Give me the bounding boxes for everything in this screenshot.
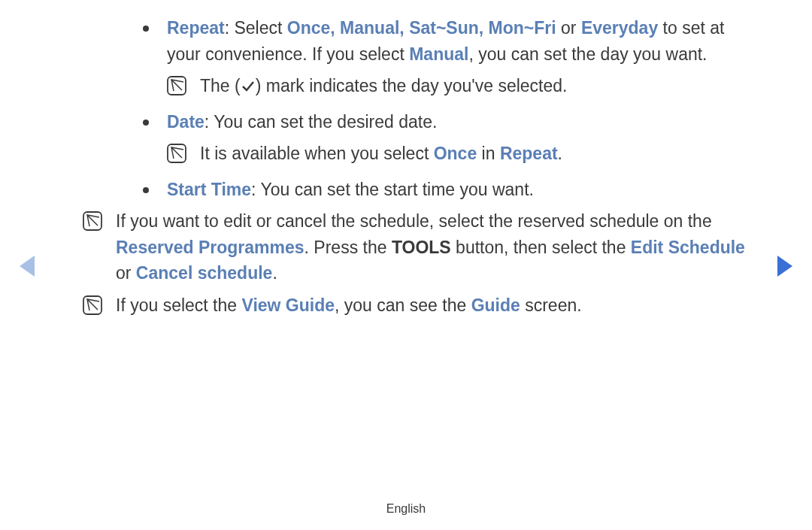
hl-date: Date — [167, 112, 205, 132]
bullet-start: Start Time: You can set the start time y… — [113, 177, 752, 203]
outer-notes: If you want to edit or cancel the schedu… — [0, 208, 812, 322]
bullet-dot-icon — [143, 187, 149, 193]
checkmark-icon — [241, 74, 256, 101]
hl-guide: Guide — [471, 295, 520, 315]
note-icon — [167, 76, 186, 103]
page-content: Repeat: Select Once, Manual, Sat~Sun, Mo… — [0, 15, 812, 202]
nav-prev-arrow[interactable] — [20, 256, 35, 277]
bullet-date-text: Date: You can set the desired date. — [167, 109, 752, 135]
note-icon — [167, 144, 186, 171]
bold-tools: TOOLS — [392, 238, 451, 257]
note-icon — [83, 295, 102, 323]
bullet-date: Date: You can set the desired date. — [113, 109, 752, 135]
footer-language: English — [0, 500, 812, 518]
bullet-start-text: Start Time: You can set the start time y… — [167, 177, 752, 203]
bullet-repeat-text: Repeat: Select Once, Manual, Sat~Sun, Mo… — [167, 15, 752, 67]
note-date: It is available when you select Once in … — [113, 141, 752, 171]
hl-start: Start Time — [167, 180, 251, 199]
hl-manual: Manual — [409, 44, 468, 64]
bullet-dot-icon — [143, 120, 149, 126]
note-view-guide-text: If you select the View Guide, you can se… — [116, 292, 752, 323]
hl-view-guide: View Guide — [241, 295, 335, 315]
hl-once: Once — [434, 144, 477, 163]
hl-cancel-schedule: Cancel schedule — [136, 263, 273, 283]
note-date-text: It is available when you select Once in … — [200, 141, 752, 171]
nav-next-arrow[interactable] — [777, 256, 792, 277]
hl-reserved: Reserved Programmes — [116, 238, 304, 257]
hl-repeat: Repeat — [167, 18, 225, 38]
hl-everyday: Everyday — [581, 18, 658, 38]
hl-repeat2: Repeat — [500, 144, 558, 163]
note-repeat-text: The () mark indicates the day you've sel… — [200, 73, 752, 103]
note-view-guide: If you select the View Guide, you can se… — [83, 292, 752, 323]
hl-opts: Once, Manual, Sat~Sun, Mon~Fri — [287, 18, 556, 38]
bullet-dot-icon — [143, 26, 149, 32]
note-repeat: The () mark indicates the day you've sel… — [113, 73, 752, 103]
note-edit-cancel: If you want to edit or cancel the schedu… — [83, 208, 752, 286]
bullet-repeat: Repeat: Select Once, Manual, Sat~Sun, Mo… — [113, 15, 752, 67]
note-icon — [83, 211, 102, 286]
note-edit-cancel-text: If you want to edit or cancel the schedu… — [116, 208, 752, 286]
hl-edit-schedule: Edit Schedule — [631, 238, 745, 257]
